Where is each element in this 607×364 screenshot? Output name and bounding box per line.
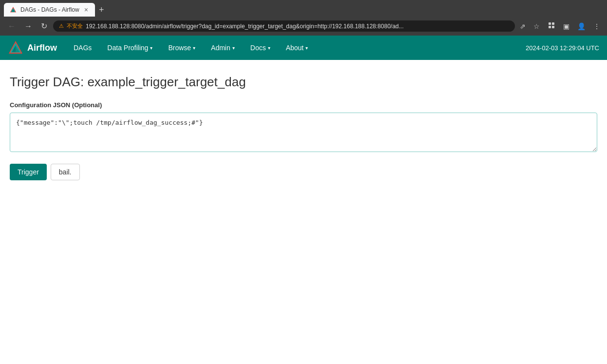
bookmark-icon[interactable]: ☆ xyxy=(531,20,542,32)
profile-icon[interactable]: 👤 xyxy=(575,20,588,32)
chevron-down-icon: ▾ xyxy=(268,45,270,51)
menu-icon[interactable]: ⋮ xyxy=(591,20,602,32)
nav-link-browse[interactable]: Browse ▾ xyxy=(161,37,202,58)
nav-link-admin[interactable]: Admin ▾ xyxy=(204,37,242,58)
chevron-down-icon: ▾ xyxy=(150,45,152,51)
toolbar-icons: ⇗ ☆ ▣ 👤 ⋮ xyxy=(518,19,602,33)
chevron-down-icon: ▾ xyxy=(305,45,308,51)
bail-button[interactable]: bail. xyxy=(51,164,80,180)
nav-link-about[interactable]: About ▾ xyxy=(279,37,315,58)
browser-chrome: DAGs - DAGs - Airflow × + ← → ↻ ⚠ 不安全 19… xyxy=(0,0,607,36)
reload-button[interactable]: ↻ xyxy=(38,19,50,33)
new-tab-button[interactable]: + xyxy=(95,5,108,15)
nav-link-data-profiling[interactable]: Data Profiling ▾ xyxy=(100,37,159,58)
svg-rect-6 xyxy=(552,22,554,25)
airflow-logo[interactable]: Airflow xyxy=(8,40,57,56)
address-bar[interactable]: ⚠ 不安全 192.168.188.128:8080/admin/airflow… xyxy=(53,20,515,32)
page-title: Trigger DAG: example_trigger_target_dag xyxy=(10,75,597,90)
address-text: 192.168.188.128:8080/admin/airflow/trigg… xyxy=(86,23,509,30)
config-json-input[interactable] xyxy=(10,113,597,152)
nav-link-docs[interactable]: Docs ▾ xyxy=(244,37,277,58)
browser-toolbar: ← → ↻ ⚠ 不安全 192.168.188.128:8080/admin/a… xyxy=(0,17,607,36)
chevron-down-icon: ▾ xyxy=(232,45,235,51)
chevron-down-icon: ▾ xyxy=(193,45,195,51)
extensions-icon[interactable] xyxy=(546,19,557,33)
window-mode-icon[interactable]: ▣ xyxy=(561,20,571,32)
tab-close-icon[interactable]: × xyxy=(83,6,89,14)
nav-link-dags[interactable]: DAGs xyxy=(67,37,98,58)
back-button[interactable]: ← xyxy=(5,20,19,33)
external-link-icon[interactable]: ⇗ xyxy=(518,20,528,32)
browser-tabs: DAGs - DAGs - Airflow × + xyxy=(0,0,607,17)
airflow-logo-icon xyxy=(8,40,23,56)
svg-rect-8 xyxy=(552,26,554,28)
forward-button[interactable]: → xyxy=(21,20,35,33)
config-label: Configuration JSON (Optional) xyxy=(10,101,597,109)
browser-tab-active[interactable]: DAGs - DAGs - Airflow × xyxy=(4,3,95,17)
security-warning-icon: ⚠ xyxy=(59,23,64,29)
nav-datetime: 2024-02-03 12:29:04 UTC xyxy=(526,44,599,52)
page-content: Trigger DAG: example_trigger_target_dag … xyxy=(0,60,607,363)
nav-links: DAGs Data Profiling ▾ Browse ▾ Admin ▾ D… xyxy=(67,37,526,58)
svg-rect-7 xyxy=(549,26,551,28)
trigger-button[interactable]: Trigger xyxy=(10,164,47,180)
buttons-row: Trigger bail. xyxy=(10,164,597,180)
svg-rect-5 xyxy=(549,22,551,25)
tab-favicon-icon xyxy=(10,6,17,13)
security-label: 不安全 xyxy=(67,22,83,30)
tab-title: DAGs - DAGs - Airflow xyxy=(20,6,79,13)
airflow-logo-text: Airflow xyxy=(27,43,57,53)
airflow-navbar: Airflow DAGs Data Profiling ▾ Browse ▾ A… xyxy=(0,36,607,60)
